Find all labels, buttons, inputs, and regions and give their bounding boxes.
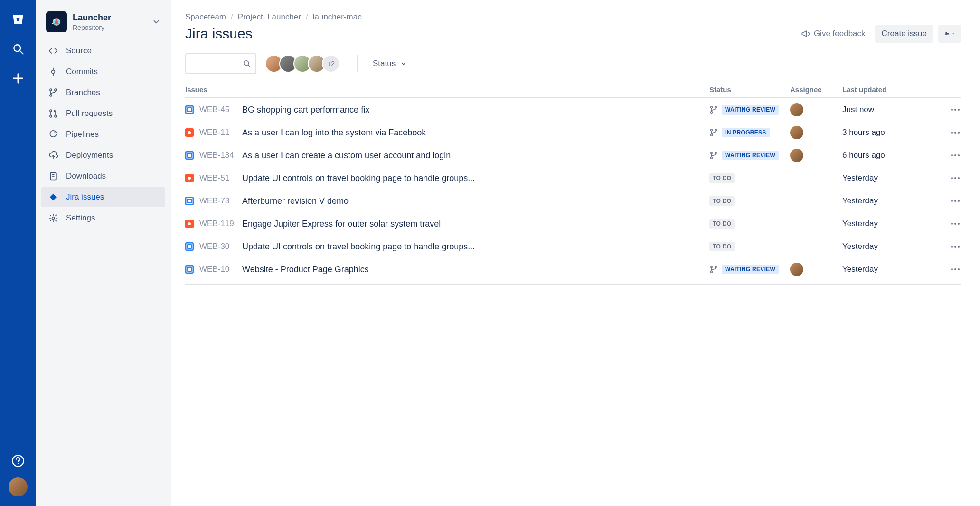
- svg-point-15: [50, 95, 52, 96]
- last-updated: 6 hours ago: [842, 151, 937, 160]
- profile-avatar[interactable]: [9, 477, 28, 496]
- sidebar-item-source[interactable]: Source: [41, 41, 165, 61]
- svg-point-41: [711, 157, 713, 159]
- svg-point-48: [951, 200, 953, 202]
- search-icon[interactable]: [10, 41, 26, 57]
- issue-key[interactable]: WEB-51: [199, 173, 236, 183]
- status-badge[interactable]: WAITING REVIEW: [722, 105, 779, 115]
- table-row[interactable]: WEB-11As a user I can log into the syste…: [185, 121, 961, 144]
- sidebar-item-pullrequests[interactable]: Pull requests: [41, 104, 165, 124]
- issue-key[interactable]: WEB-73: [199, 196, 236, 206]
- crumb-0[interactable]: Spaceteam: [185, 12, 226, 22]
- search-field[interactable]: [190, 59, 242, 68]
- table-row[interactable]: WEB-73Afterburner revision V demoTO DOYe…: [185, 190, 961, 212]
- table-row[interactable]: WEB-51Update UI controls on travel booki…: [185, 167, 961, 190]
- issue-key[interactable]: WEB-30: [199, 242, 236, 251]
- project-header[interactable]: Launcher Repository: [41, 9, 165, 41]
- svg-point-36: [951, 132, 953, 134]
- create-icon[interactable]: [10, 70, 26, 86]
- sidebar-item-settings[interactable]: Settings: [41, 208, 165, 228]
- issue-summary[interactable]: Update UI controls on travel booking pag…: [242, 173, 475, 183]
- svg-point-10: [52, 70, 55, 74]
- status-badge[interactable]: TO DO: [709, 173, 735, 183]
- assignee-avatar[interactable]: [790, 103, 803, 116]
- issue-summary[interactable]: As a user I can create a custom user acc…: [242, 151, 451, 161]
- status-badge[interactable]: TO DO: [709, 219, 735, 229]
- downloads-icon: [48, 171, 58, 181]
- status-cell: TO DO: [709, 242, 790, 251]
- repository-sidebar: Launcher Repository SourceCommitsBranche…: [36, 0, 171, 506]
- row-actions-button[interactable]: [937, 127, 961, 138]
- chevron-down-icon[interactable]: [152, 18, 160, 26]
- table-row[interactable]: WEB-134As a user I can create a custom u…: [185, 144, 961, 167]
- issue-summary[interactable]: As a user I can log into the system via …: [242, 128, 426, 138]
- assignee-avatar[interactable]: [790, 263, 803, 276]
- status-badge[interactable]: WAITING REVIEW: [722, 151, 779, 160]
- crumb-2[interactable]: launcher-mac: [313, 12, 362, 22]
- status-badge[interactable]: WAITING REVIEW: [722, 265, 779, 274]
- pullrequests-icon: [48, 108, 58, 119]
- table-row[interactable]: WEB-119Engage Jupiter Express for outer …: [185, 212, 961, 235]
- svg-point-55: [954, 246, 956, 248]
- table-row[interactable]: WEB-45BG shopping cart performance fixWA…: [185, 98, 961, 121]
- sidebar-item-downloads[interactable]: Downloads: [41, 166, 165, 186]
- create-issue-button[interactable]: Create issue: [875, 25, 933, 43]
- sidebar-item-branches[interactable]: Branches: [41, 83, 165, 103]
- row-actions-button[interactable]: [937, 264, 961, 275]
- settings-icon: [48, 213, 58, 223]
- issue-summary[interactable]: Afterburner revision V demo: [242, 196, 349, 206]
- row-actions-button[interactable]: [937, 195, 961, 207]
- issue-key[interactable]: WEB-11: [199, 128, 236, 137]
- issue-summary[interactable]: Website - Product Page Graphics: [242, 265, 369, 275]
- issue-summary[interactable]: BG shopping cart performance fix: [242, 105, 369, 115]
- assignee-avatar[interactable]: [790, 149, 803, 162]
- commits-icon: [48, 67, 58, 77]
- crumb-1[interactable]: Project: Launcher: [238, 12, 301, 22]
- main-content: Spaceteam / Project: Launcher / launcher…: [171, 0, 980, 506]
- help-icon[interactable]: [10, 453, 26, 469]
- give-feedback-button[interactable]: Give feedback: [796, 25, 870, 42]
- bitbucket-logo-icon[interactable]: [10, 11, 26, 28]
- row-actions-button[interactable]: [937, 104, 961, 115]
- sidebar-item-commits[interactable]: Commits: [41, 62, 165, 82]
- issues-table: Issues Status Assignee Last updated WEB-…: [185, 83, 961, 285]
- row-actions-button[interactable]: [937, 218, 961, 229]
- svg-rect-22: [50, 194, 56, 200]
- status-badge[interactable]: IN PROGRESS: [722, 128, 770, 137]
- issue-summary[interactable]: Engage Jupiter Express for outer solar s…: [242, 219, 441, 229]
- issue-summary[interactable]: Update UI controls on travel booking pag…: [242, 242, 475, 252]
- row-actions-button[interactable]: [937, 241, 961, 252]
- svg-point-57: [711, 266, 713, 268]
- table-row[interactable]: WEB-30Update UI controls on travel booki…: [185, 235, 961, 258]
- svg-point-30: [951, 109, 953, 111]
- issue-key[interactable]: WEB-134: [199, 151, 236, 160]
- search-input[interactable]: [185, 53, 256, 74]
- breadcrumb: Spaceteam / Project: Launcher / launcher…: [185, 12, 961, 22]
- issue-key[interactable]: WEB-45: [199, 105, 236, 115]
- avatar-overflow[interactable]: +2: [322, 55, 340, 73]
- last-updated: Yesterday: [842, 173, 937, 183]
- col-updated: Last updated: [842, 86, 937, 94]
- svg-point-61: [954, 268, 956, 270]
- status-filter[interactable]: Status: [369, 56, 411, 71]
- status-badge[interactable]: TO DO: [709, 242, 735, 251]
- table-row[interactable]: WEB-10Website - Product Page GraphicsWAI…: [185, 258, 961, 281]
- sidebar-item-label: Source: [66, 46, 92, 56]
- branch-icon: [709, 151, 718, 160]
- chevron-down-icon: [400, 60, 407, 67]
- assignee-avatar[interactable]: [790, 126, 803, 139]
- svg-point-56: [958, 246, 960, 248]
- board-link-button[interactable]: [938, 25, 961, 43]
- jira-icon: [48, 192, 58, 202]
- row-actions-button[interactable]: [937, 150, 961, 161]
- sidebar-item-jira[interactable]: Jira issues: [41, 187, 165, 207]
- issue-key[interactable]: WEB-10: [199, 265, 236, 274]
- svg-point-28: [715, 106, 717, 108]
- sidebar-item-pipelines[interactable]: Pipelines: [41, 124, 165, 144]
- issue-key[interactable]: WEB-119: [199, 219, 236, 229]
- more-icon: [950, 264, 961, 275]
- svg-point-59: [711, 271, 713, 273]
- sidebar-item-deployments[interactable]: Deployments: [41, 145, 165, 165]
- status-badge[interactable]: TO DO: [709, 196, 735, 206]
- row-actions-button[interactable]: [937, 172, 961, 184]
